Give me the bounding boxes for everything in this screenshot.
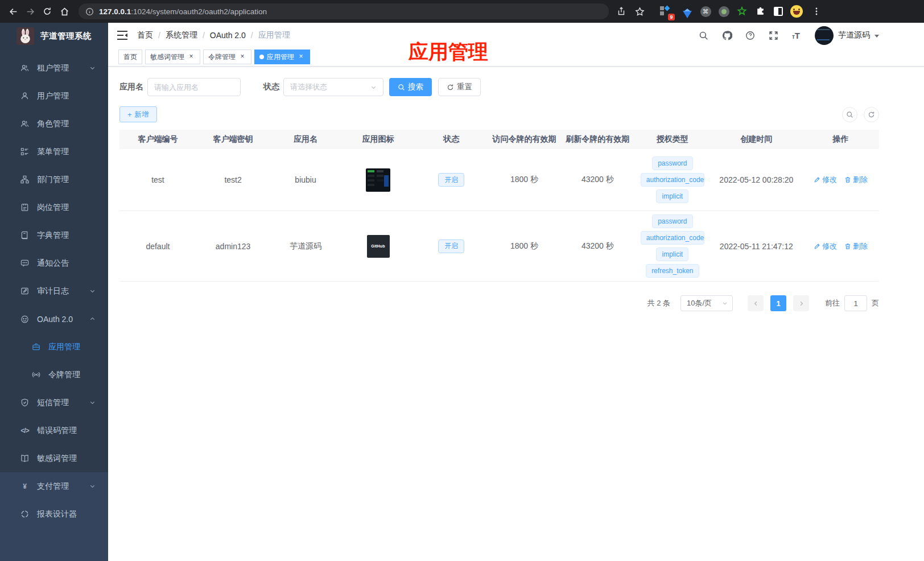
search-button[interactable]: 搜索 [389,78,432,96]
sidebar-item-user[interactable]: 用户管理 [0,82,108,110]
toggle-search-button[interactable] [842,107,857,122]
cell-secret: admin123 [196,242,270,251]
sidebar-item-menu[interactable]: 菜单管理 [0,138,108,166]
chevron-down-icon [89,399,96,406]
applications-table: 客户端编号 客户端密钥 应用名 应用图标 状态 访问令牌的有效期 刷新令牌的有效… [119,130,879,282]
help-icon[interactable] [745,30,756,40]
breadcrumb-home[interactable]: 首页 [137,30,153,40]
sidebar-item-dept[interactable]: 部门管理 [0,166,108,193]
close-icon[interactable]: × [297,53,305,61]
tab-token[interactable]: 令牌管理 × [203,50,251,64]
navbar-actions: тT 芋道源码 [699,26,879,45]
profile-avatar-icon[interactable] [789,4,804,19]
command-extension-icon[interactable]: ⌘ [698,4,713,19]
address-bar[interactable]: 127.0.0.1:1024/system/oauth2/oauth2/appl… [79,3,609,19]
cell-app-icon: GitHub [341,235,415,258]
breadcrumb-separator: / [158,31,160,40]
robot-icon [20,315,29,323]
browser-reload-button[interactable] [39,3,56,20]
sidebar-item-sms[interactable]: 短信管理 [0,389,108,416]
breadcrumb-oauth[interactable]: OAuth 2.0 [210,31,246,40]
edit-button[interactable]: 修改 [814,241,837,251]
sidebar-item-pay[interactable]: ¥ 支付管理 [0,472,108,500]
chevron-down-icon [89,288,96,294]
roles-users-icon [20,119,29,128]
refresh-button[interactable] [864,107,879,122]
chevron-down-icon [89,65,96,71]
sidebar-item-errorcode[interactable]: </> 错误码管理 [0,416,108,444]
sidebar-item-report-designer[interactable]: 报表设计器 [0,500,108,528]
bookmark-star-icon[interactable] [632,4,647,19]
cell-created: 2022-05-12 00:28:20 [711,175,803,184]
dictionary-book-icon [20,231,29,240]
sidebar-item-notice[interactable]: 通知公告 [0,249,108,277]
sidebar-item-sensitive-word[interactable]: 敏感词管理 [0,444,108,472]
sidebar-item-oauth-application[interactable]: 应用管理 [0,333,108,361]
split-screen-extension-icon[interactable] [771,4,786,19]
table-row: test test2 biubiu 开启 1800 秒 43200 秒 pass… [119,149,879,211]
sidebar-item-post[interactable]: 岗位管理 [0,193,108,221]
tags-view-bar: 首页 敏感词管理 × 令牌管理 × 应用管理 × [108,48,924,67]
site-info-icon[interactable] [85,7,94,16]
chevron-up-icon [89,316,96,322]
browser-forward-button[interactable] [22,3,39,20]
yen-icon: ¥ [20,482,29,490]
sidebar-item-audit-log[interactable]: 审计日志 [0,277,108,305]
prev-page-button[interactable] [748,295,764,311]
app-name-label: 应用名 [119,82,143,92]
fullscreen-icon[interactable] [769,30,779,40]
sidebar-item-role[interactable]: 角色管理 [0,110,108,138]
browser-home-button[interactable] [56,3,73,20]
tab-home[interactable]: 首页 [118,50,142,64]
sidebar-item-tenant[interactable]: 租户管理 [0,54,108,82]
next-page-button[interactable] [793,295,809,311]
extension-grid-icon[interactable]: 9 [658,4,673,19]
reset-button[interactable]: 重置 [438,78,481,96]
tab-sensitive-word[interactable]: 敏感词管理 × [145,50,200,64]
tab-application[interactable]: 应用管理 × [254,50,310,64]
shield-check-icon [20,398,29,407]
add-button[interactable]: + 新增 [119,106,157,122]
breadcrumb-system[interactable]: 系统管理 [166,30,197,40]
user-menu[interactable]: 芋道源码 [815,26,879,45]
green-star-extension-icon[interactable] [735,4,749,19]
page-size-select[interactable]: 10条/页 [680,295,733,311]
gem-extension-icon[interactable] [680,4,695,19]
delete-button[interactable]: 删除 [844,175,868,185]
page-unit-label: 页 [872,298,879,308]
puzzle-extensions-icon[interactable] [753,4,768,19]
grant-type-tag: implicit [656,248,688,261]
active-dot [259,55,264,59]
font-size-icon[interactable]: тT [792,31,800,40]
col-secret: 客户端密钥 [196,134,270,145]
sidebar-item-oauth2[interactable]: OAuth 2.0 [0,305,108,333]
github-icon[interactable] [722,30,732,40]
collapse-sidebar-icon[interactable] [117,30,128,40]
record-extension-icon[interactable] [716,4,731,19]
delete-button[interactable]: 删除 [844,241,868,251]
sidebar-item-oauth-token[interactable]: 令牌管理 [0,361,108,389]
goto-page-input[interactable] [844,295,867,311]
cell-status: 开启 [415,173,488,187]
browser-menu-icon[interactable] [809,4,824,19]
sidebar-menu: 租户管理 用户管理 角色管理 菜单管理 部门管理 岗位管理 [0,50,108,472]
sidebar: 芋道管理系统 租户管理 用户管理 角色管理 菜单管理 [0,23,108,561]
edit-button[interactable]: 修改 [814,175,837,185]
status-label: 状态 [263,82,279,92]
tenant-users-icon [20,64,29,72]
cell-refresh-ttl: 43200 秒 [561,175,634,185]
close-icon[interactable]: × [238,53,246,61]
cell-app-name: 芋道源码 [270,241,341,251]
table-row: default admin123 芋道源码 GitHub 开启 1800 秒 4… [119,211,879,282]
page-number-current[interactable]: 1 [770,295,786,311]
browser-back-button[interactable] [5,3,22,20]
search-icon[interactable] [699,30,709,40]
sidebar-item-dict[interactable]: 字典管理 [0,221,108,249]
close-icon[interactable]: × [187,53,195,61]
status-select[interactable]: 请选择状态 [283,78,383,96]
broadcast-icon [32,370,40,379]
app-logo-bar[interactable]: 芋道管理系统 [0,23,108,50]
app-name-input[interactable] [147,78,241,96]
share-icon[interactable] [614,4,629,19]
user-avatar [815,26,834,45]
